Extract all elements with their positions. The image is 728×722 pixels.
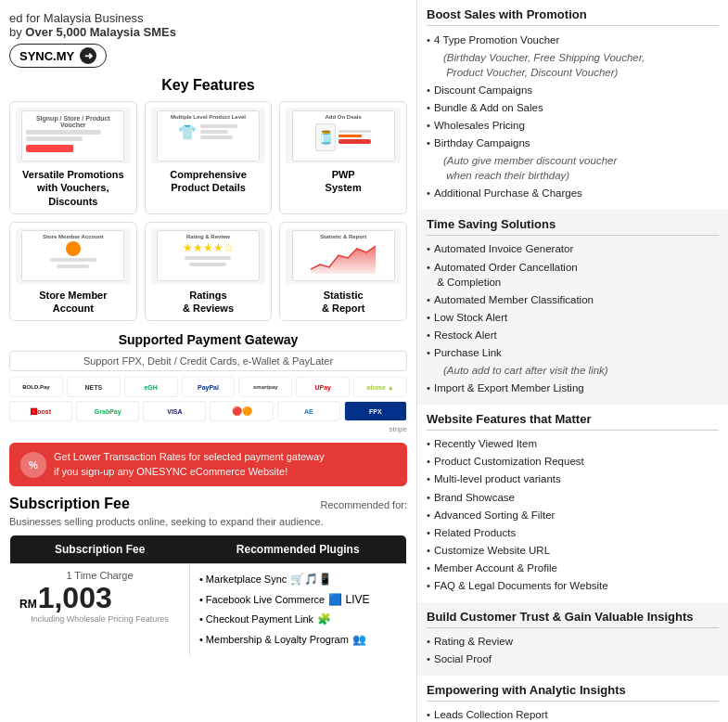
feature-card-ratings-image: Rating & Review ★★★★☆ (151, 228, 266, 284)
plugin-membership: • Membership & Loyalty Program 👥 (199, 630, 397, 651)
highlight: Over 5,000 Malaysia SMEs (25, 25, 176, 39)
left-panel: ed for Malaysia Business by Over 5,000 M… (0, 0, 417, 722)
feature-card-product: Multiple Level Product Level 👕 Comprehen… (145, 101, 273, 214)
website-features-list: Recently Viewed Item Product Customizati… (427, 435, 719, 595)
feature-card-account-label: Store MemberAccount (16, 289, 131, 316)
percent-badge: % (20, 452, 46, 478)
plugin-checkout: • Checkout Payment Link 🧩 (199, 610, 397, 630)
visa-logo: VISA (143, 401, 206, 421)
item-additional-purchase: Additional Purchase & Charges (427, 185, 719, 202)
item-invoice-generator: Automated Invoice Generator (427, 240, 719, 258)
item-customize-url: Customize Website URL (427, 541, 719, 559)
feature-card-account-image: Store Member Account (16, 228, 131, 284)
item-rating-review: Rating & Review (427, 633, 719, 651)
membership-icon: 👥 (352, 630, 366, 651)
item-related-products: Related Products (427, 523, 719, 541)
section-website-features: Website Features that Matter Recently Vi… (417, 405, 728, 602)
payment-title: Supported Payment Gateway (9, 332, 407, 347)
website-features-title: Website Features that Matter (427, 412, 719, 431)
promo-banner: % Get Lower Transaction Rates for select… (9, 443, 407, 486)
feature-card-product-image: Multiple Level Product Level 👕 (151, 108, 266, 163)
feature-card-account: Store Member Account Store MemberAccount (9, 222, 137, 322)
feature-card-stats: Statistic & Report Statistic& Report (279, 222, 407, 322)
feature-card-product-label: ComprehensiveProduct Details (151, 168, 266, 195)
item-faq-legal: FAQ & Legal Documents for Website (427, 577, 719, 595)
promo-text: Get Lower Transaction Rates for selected… (54, 450, 325, 479)
plugin-checkout-text: • Checkout Payment Link (199, 611, 313, 629)
item-brand-showcase: Brand Showcase (427, 488, 719, 506)
features-grid: Signup / Store / Product Voucher Versati… (9, 101, 407, 321)
smartpay-logo: smartpay (238, 377, 292, 397)
feature-card-stats-label: Statistic& Report (286, 289, 401, 316)
nets-logo: NETS (67, 377, 121, 397)
domain-text: SYNC.MY (19, 49, 74, 63)
boost-sales-list: 4 Type Promotion Voucher (Birthday Vouch… (427, 31, 719, 202)
boost-logo: 🅱oost (9, 401, 72, 421)
item-discount-campaigns: Discount Campaigns (427, 81, 719, 98)
col-fee-header: Subscription Fee (10, 535, 190, 564)
feature-card-pwp: Add On Deals 🫙 PWPSystem (279, 101, 407, 214)
feature-card-voucher: Signup / Store / Product Voucher Versati… (9, 101, 137, 214)
feature-card-ratings-label: Ratings& Reviews (151, 289, 266, 316)
payment-logos-row1: BOLD.Pay NETS eGH PayPal smartpay UPay a… (9, 377, 407, 397)
plugin-membership-text: • Membership & Loyalty Program (199, 631, 349, 650)
plugins-cell: • Marketplace Sync 🛒🎵📱 • Facebook Live C… (189, 564, 406, 656)
recommended-label: Recommended for: (320, 499, 407, 510)
subscription-desc: Businesses selling products online, seek… (9, 516, 407, 527)
hero-section: ed for Malaysia Business by Over 5,000 M… (9, 11, 407, 68)
customer-trust-list: Rating & Review Social Proof (427, 633, 719, 668)
domain-badge[interactable]: SYNC.MY ➜ (9, 44, 107, 68)
grabpay-logo: GrabPay (76, 401, 139, 421)
customer-trust-title: Build Customer Trust & Gain Valuable Ins… (427, 610, 719, 628)
item-order-cancellation: Automated Order Cancellation & Completio… (427, 258, 719, 290)
item-restock: Restock Alert (427, 326, 719, 343)
item-birthday-detail: (Auto give member discount voucher when … (427, 152, 719, 185)
item-import-export: Import & Export Member Listing (427, 380, 719, 397)
time-saving-title: Time Saving Solutions (427, 217, 719, 236)
section-boost-sales: Boost Sales with Promotion 4 Type Promot… (417, 0, 728, 210)
domain-arrow-icon: ➜ (80, 47, 96, 64)
item-purchase-link: Purchase Link (427, 344, 719, 362)
price-charge-label: 1 Time Charge (19, 570, 180, 581)
item-birthday-campaigns: Birthday Campaigns (427, 135, 719, 152)
fpx-logo: FPX (344, 401, 407, 421)
analytic-title: Empowering with Analytic Insights (427, 683, 719, 702)
item-bundle-addon: Bundle & Add on Sales (427, 98, 719, 116)
price-value: 1,003 (38, 583, 112, 612)
item-low-stock: Low Stock Alert (427, 308, 719, 326)
boldpay-logo: BOLD.Pay (9, 377, 63, 397)
feature-card-voucher-label: Versatile Promotionswith Vouchers, Disco… (16, 168, 131, 208)
subscription-fee-cell: 1 Time Charge RM 1,003 Including Wholesa… (10, 564, 190, 656)
payment-support-text: Support FPX, Debit / Credit Cards, e-Wal… (9, 351, 407, 371)
checkout-icon: 🧩 (317, 610, 331, 630)
payment-section: Supported Payment Gateway Support FPX, D… (9, 332, 407, 433)
subscription-table: Subscription Fee Recommended Plugins 1 T… (9, 535, 407, 656)
item-wholesales: Wholesales Pricing (427, 116, 719, 134)
mastercard-logo: 🔴🟠 (210, 401, 273, 421)
item-member-classification: Automated Member Classification (427, 290, 719, 308)
feature-card-ratings: Rating & Review ★★★★☆ Ratings& Reviews (145, 222, 273, 322)
paypal-logo: PayPal (182, 377, 236, 397)
boost-sales-title: Boost Sales with Promotion (427, 7, 719, 26)
promo-line1: Get Lower Transaction Rates for selected… (54, 451, 325, 462)
item-type-promotion-detail: (Birthday Voucher, Free Shipping Voucher… (427, 48, 719, 81)
item-recently-viewed: Recently Viewed Item (427, 435, 719, 453)
price-note: Including Wholesale Pricing Features (19, 614, 180, 624)
feature-card-pwp-image: Add On Deals 🫙 (286, 108, 401, 163)
plugin-marketplace-text: • Marketplace Sync (199, 571, 287, 589)
analytic-list: Leads Collection Report Monthly Report M… (427, 706, 719, 722)
promo-line2: if you sign-up any ONESYNC eCommerce Web… (54, 466, 287, 477)
item-leads-report: Leads Collection Report (427, 706, 719, 722)
tagline: ed for Malaysia Business by Over 5,000 M… (9, 11, 407, 39)
subscription-title: Subscription Fee (9, 496, 130, 512)
section-customer-trust: Build Customer Trust & Gain Valuable Ins… (417, 602, 728, 676)
atome-logo: atome ▲ (353, 377, 407, 397)
facebook-icons: 🟦 LIVE (328, 590, 369, 611)
section-time-saving: Time Saving Solutions Automated Invoice … (417, 210, 728, 405)
item-member-account: Member Account & Profile (427, 559, 719, 576)
egh-logo: eGH (124, 377, 178, 397)
item-multi-level: Multi-level product variants (427, 471, 719, 488)
plugin-facebook-text: • Facebook Live Commerce (199, 591, 325, 610)
section-analytic: Empowering with Analytic Insights Leads … (417, 676, 728, 722)
item-purchase-link-detail: (Auto add to cart after visit the link) (427, 362, 719, 380)
